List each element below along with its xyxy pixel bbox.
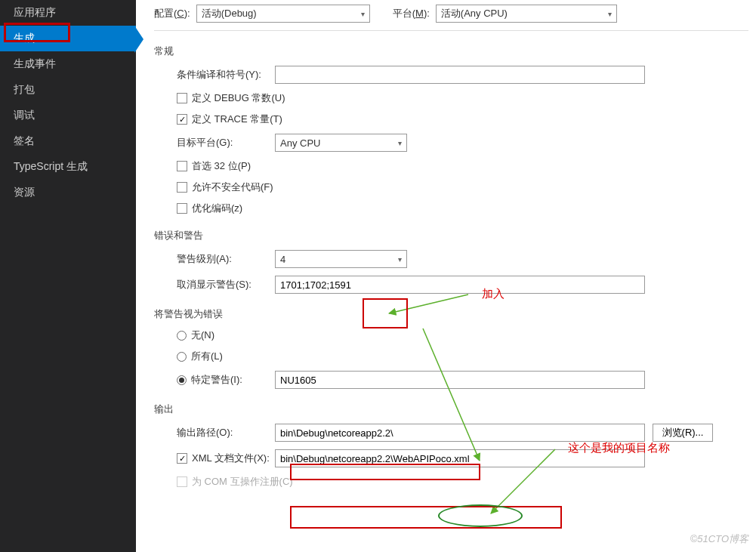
section-warnings-title: 错误和警告 <box>154 229 748 242</box>
all-label: 所有(L) <box>191 350 223 363</box>
trace-const-checkbox[interactable] <box>177 114 187 125</box>
com-label: 为 COM 互操作注册(C) <box>192 475 293 489</box>
cond-symbols-label: 条件编译和符号(Y): <box>154 68 275 82</box>
target-platform-value: Any CPU <box>280 137 320 149</box>
sidebar: 应用程序 生成 生成事件 打包 调试 签名 TypeScript 生成 资源 <box>0 0 136 552</box>
xml-label: XML 文档文件(X): <box>192 452 270 465</box>
section-general-title: 常规 <box>154 45 748 58</box>
sidebar-item-resources[interactable]: 资源 <box>0 180 136 205</box>
sidebar-item-debug[interactable]: 调试 <box>0 103 136 128</box>
target-platform-dropdown[interactable]: Any CPU ▾ <box>275 134 407 152</box>
debug-const-checkbox[interactable] <box>177 93 187 103</box>
output-path-input[interactable] <box>275 424 645 442</box>
chevron-down-icon: ▾ <box>398 255 402 264</box>
platform-value: 活动(Any CPU) <box>441 7 508 20</box>
config-row: 配置(C): 活动(Debug) ▾ 平台(M): 活动(Any CPU) ▾ <box>154 5 748 23</box>
suppress-input[interactable] <box>275 276 645 294</box>
annotation-red-box-sidebar <box>4 23 70 42</box>
cond-symbols-input[interactable] <box>275 66 645 84</box>
sidebar-item-sign[interactable]: 签名 <box>0 128 136 154</box>
warning-level-value: 4 <box>280 254 285 265</box>
browse-button[interactable]: 浏览(R)... <box>653 424 713 442</box>
suppress-label: 取消显示警告(S): <box>154 278 275 291</box>
specific-input[interactable] <box>275 371 645 389</box>
optimize-label: 优化编码(z) <box>192 202 242 215</box>
xml-checkbox[interactable] <box>177 453 187 464</box>
none-radio[interactable] <box>177 331 187 341</box>
chevron-down-icon: ▾ <box>608 10 612 18</box>
target-platform-label: 目标平台(G): <box>154 136 275 150</box>
sidebar-item-typescript[interactable]: TypeScript 生成 <box>0 154 136 180</box>
sidebar-item-app[interactable]: 应用程序 <box>0 0 136 26</box>
platform-dropdown[interactable]: 活动(Any CPU) ▾ <box>436 5 617 23</box>
section-output-title: 输出 <box>154 402 748 416</box>
chevron-down-icon: ▾ <box>398 139 402 147</box>
prefer32-checkbox[interactable] <box>177 161 187 171</box>
main-panel: 配置(C): 活动(Debug) ▾ 平台(M): 活动(Any CPU) ▾ … <box>136 0 756 552</box>
all-radio[interactable] <box>177 352 187 362</box>
com-checkbox <box>177 476 187 487</box>
prefer32-label: 首选 32 位(P) <box>192 159 251 173</box>
config-value: 活动(Debug) <box>202 7 257 20</box>
sidebar-item-build-events[interactable]: 生成事件 <box>0 51 136 77</box>
sidebar-item-package[interactable]: 打包 <box>0 77 136 103</box>
optimize-checkbox[interactable] <box>177 203 187 214</box>
annotation-add-text: 加入 <box>482 287 505 301</box>
none-label: 无(N) <box>191 328 214 342</box>
output-path-label: 输出路径(O): <box>154 426 275 439</box>
debug-const-label: 定义 DEBUG 常数(U) <box>192 91 285 105</box>
unsafe-label: 允许不安全代码(F) <box>192 180 273 194</box>
chevron-down-icon: ▾ <box>361 10 365 18</box>
config-label: 配置(C): <box>154 7 190 20</box>
config-dropdown[interactable]: 活动(Debug) ▾ <box>196 5 370 23</box>
annotation-project-text: 这个是我的项目名称 <box>568 441 670 455</box>
platform-label: 平台(M): <box>393 7 430 20</box>
trace-const-label: 定义 TRACE 常量(T) <box>192 113 282 126</box>
section-treat-as-error-title: 将警告视为错误 <box>154 307 748 321</box>
unsafe-checkbox[interactable] <box>177 182 187 193</box>
specific-radio[interactable] <box>177 375 187 385</box>
specific-label: 特定警告(I): <box>191 373 242 387</box>
watermark: ©51CTO博客 <box>690 532 748 546</box>
warning-level-label: 警告级别(A): <box>154 252 275 266</box>
warning-level-dropdown[interactable]: 4 ▾ <box>275 250 407 268</box>
